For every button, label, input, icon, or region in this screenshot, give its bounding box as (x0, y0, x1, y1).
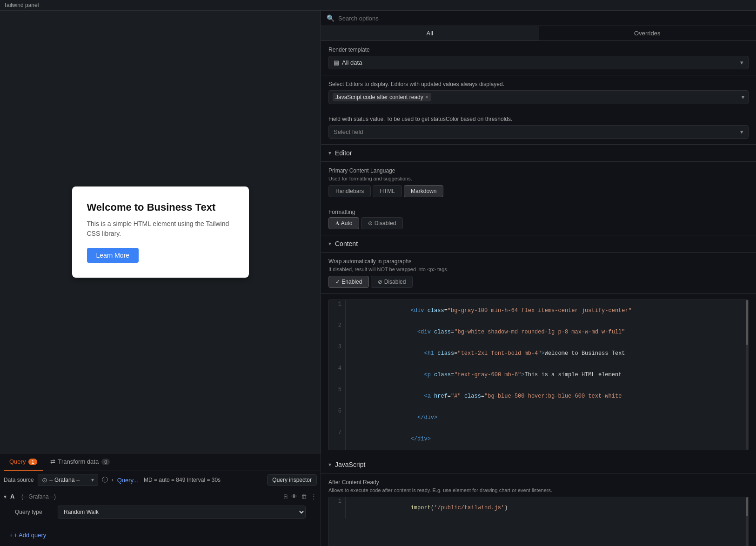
content-section-header[interactable]: ▾ Content (321, 235, 756, 253)
query-header: ▾ A (-- Grafana --) ⎘ 👁 🗑 ⋮ (4, 493, 317, 500)
right-panel: 🔍 All Overrides Render template ▤ All da… (321, 11, 756, 546)
tab-transform[interactable]: ⇄ Transform data 0 (45, 453, 116, 471)
datasource-select[interactable]: ⊙ -- Grafana -- ▾ (38, 474, 98, 486)
tab-query-badge: 1 (28, 459, 37, 465)
primary-language-section: Primary Content Language Used for format… (321, 162, 756, 203)
tab-transform-label: Transform data (58, 458, 99, 465)
js-after-label: After Content Ready (328, 479, 749, 486)
format-disabled-btn[interactable]: ⊘ Disabled (361, 217, 403, 229)
search-input[interactable] (338, 15, 750, 22)
js-code-line-1: 1 import('/public/tailwind.js') (329, 497, 748, 519)
add-query-button[interactable]: + + Add query (4, 528, 52, 542)
primary-language-label: Primary Content Language (328, 167, 749, 174)
editor-tag-remove[interactable]: × (425, 94, 428, 100)
query-inspector-button[interactable]: Query inspector (267, 474, 317, 486)
tab-all-label: All (427, 30, 433, 37)
query-type-row: Query type Random Walk CSV Metric Values… (4, 504, 317, 520)
tab-query-label: Query (9, 458, 26, 465)
editors-select[interactable]: JavaScript code after content ready × ▾ (328, 90, 749, 104)
wrap-desc: If disabled, result will NOT be wrapped … (328, 266, 749, 272)
query-row-a: ▾ A (-- Grafana --) ⎘ 👁 🗑 ⋮ Query type R… (0, 489, 321, 524)
delete-icon[interactable]: 🗑 (301, 493, 307, 500)
language-button-group: Handlebars HTML Markdown (328, 185, 749, 197)
add-icon: + (9, 532, 13, 539)
editor-section-title: Editor (335, 149, 352, 157)
query-link[interactable]: Query... (117, 477, 138, 484)
render-template-select[interactable]: ▤ All data ▾ (328, 56, 749, 69)
panel-title: Tailwind panel (4, 2, 39, 8)
js-section-header[interactable]: ▾ JavaScript (321, 456, 756, 473)
search-bar: 🔍 (321, 11, 756, 26)
add-query-label: + Add query (14, 532, 47, 539)
query-collapse-icon[interactable]: ▾ (4, 493, 7, 500)
preview-wrapper: Welcome to Business Text This is a simpl… (0, 186, 321, 278)
js-code-editor[interactable]: 1 import('/public/tailwind.js') (328, 497, 749, 546)
datasource-chevron: ▾ (91, 477, 94, 483)
more-icon[interactable]: ⋮ (311, 493, 317, 500)
lang-markdown-btn[interactable]: Markdown (404, 185, 443, 197)
js-section-title: JavaScript (335, 461, 365, 468)
content-code-editor-section: 1 <div class="bg-gray-100 min-h-64 flex … (321, 294, 756, 456)
code-line-5: 5 <a href="#" class="bg-blue-500 hover:b… (329, 386, 748, 407)
learn-more-button[interactable]: Learn More (87, 248, 139, 263)
wrap-enabled-btn[interactable]: ✓ Enabled (328, 276, 369, 288)
code-scrollbar[interactable] (746, 300, 748, 450)
tab-all[interactable]: All (321, 26, 539, 40)
field-status-label: Field with status value. To be used to g… (328, 116, 749, 122)
lang-handlebars-btn[interactable]: Handlebars (328, 185, 371, 197)
content-code-editor[interactable]: 1 <div class="bg-gray-100 min-h-64 flex … (328, 300, 749, 450)
field-status-select[interactable]: Select field ▾ (328, 125, 749, 139)
query-type-select[interactable]: Random Walk CSV Metric Values Streaming … (58, 506, 306, 519)
formatting-button-group: 𝐀 Auto ⊘ Disabled (328, 217, 749, 229)
panel-bottom: Query 1 ⇄ Transform data 0 Data source ⊙… (0, 453, 321, 546)
panel-preview: Welcome to Business Text This is a simpl… (0, 11, 321, 453)
editor-collapsible: ▾ Editor Primary Content Language Used f… (321, 145, 756, 235)
render-template-chevron: ▾ (740, 59, 743, 66)
transform-icon: ⇄ (50, 458, 55, 465)
field-status-chevron: ▾ (740, 128, 743, 135)
render-template-inner: ▤ All data (334, 59, 362, 66)
format-auto-btn[interactable]: 𝐀 Auto (328, 217, 359, 229)
copy-icon[interactable]: ⎘ (284, 493, 288, 500)
editor-chevron-icon: ▾ (328, 150, 331, 156)
query-meta: MD = auto = 849 Interval = 30s (144, 477, 221, 483)
options-tabs: All Overrides (321, 26, 756, 41)
query-path-arrow: › (112, 477, 114, 483)
lang-html-btn[interactable]: HTML (373, 185, 402, 197)
editor-tag: JavaScript code after content ready × (333, 93, 431, 101)
wrap-label: Wrap automatically in paragraphs (328, 258, 749, 265)
wrap-section: Wrap automatically in paragraphs If disa… (321, 253, 756, 294)
search-icon: 🔍 (327, 14, 335, 22)
tab-query[interactable]: Query 1 (4, 453, 43, 471)
eye-icon[interactable]: 👁 (291, 493, 297, 500)
query-tabs: Query 1 ⇄ Transform data 0 (0, 453, 321, 471)
info-icon[interactable]: ⓘ (102, 476, 108, 484)
editors-label: Select Editors to display. Editors with … (328, 81, 749, 87)
render-template-label: Render template (328, 47, 749, 53)
code-line-7: 7 </div> (329, 428, 748, 450)
preview-card-title: Welcome to Business Text (87, 201, 234, 213)
query-bar: Data source ⊙ -- Grafana -- ▾ ⓘ › Query.… (0, 471, 321, 489)
tab-overrides-label: Overrides (634, 30, 660, 37)
preview-card-description: This is a simple HTML element using the … (87, 219, 234, 239)
left-panel: Welcome to Business Text This is a simpl… (0, 11, 321, 546)
datasource-label: Data source (4, 477, 34, 483)
editor-section-header[interactable]: ▾ Editor (321, 145, 756, 162)
code-line-1: 1 <div class="bg-gray-100 min-h-64 flex … (329, 300, 748, 321)
js-code-scrollbar[interactable] (746, 497, 748, 546)
wrap-disabled-btn[interactable]: ⊘ Disabled (371, 276, 413, 288)
code-line-2: 2 <div class="bg-white shadow-md rounded… (329, 321, 748, 343)
top-bar: Tailwind panel (0, 0, 756, 11)
datasource-value: -- Grafana -- (49, 477, 80, 483)
content-collapsible: ▾ Content Wrap automatically in paragrap… (321, 235, 756, 456)
tab-transform-badge: 0 (101, 459, 110, 465)
js-collapsible: ▾ JavaScript After Content Ready Allows … (321, 456, 756, 546)
tab-overrides[interactable]: Overrides (539, 26, 756, 40)
check-circle-icon: ✓ (335, 279, 340, 285)
editors-chevron: ▾ (742, 94, 744, 100)
preview-card: Welcome to Business Text This is a simpl… (72, 186, 249, 278)
field-status-section: Field with status value. To be used to g… (321, 110, 756, 145)
field-status-placeholder: Select field (334, 128, 363, 135)
formatting-section: Formatting 𝐀 Auto ⊘ Disabled (321, 203, 756, 235)
no-circle-icon: ⊘ (378, 279, 382, 285)
